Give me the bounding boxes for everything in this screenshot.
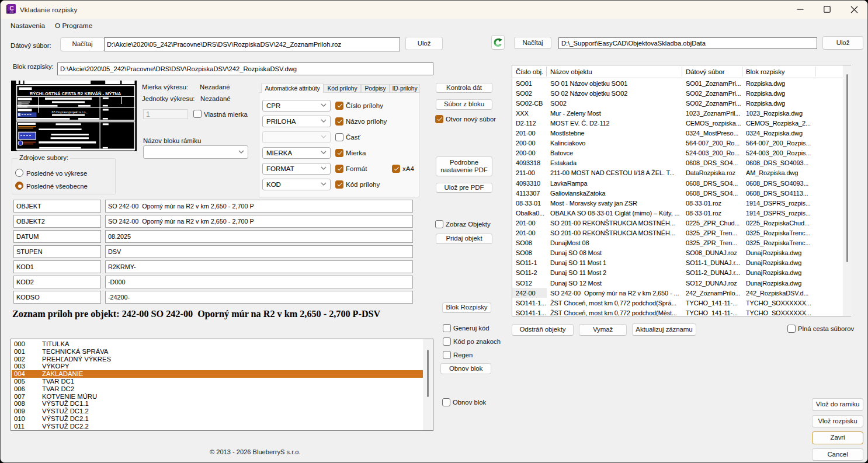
vymaz-button[interactable]: Vymaž <box>579 324 627 336</box>
table-cell[interactable]: Rozpiska.dwg <box>742 88 815 98</box>
table-row-9[interactable]: 4093318Estakada0608_DRS_SO4...0608_DRS_S… <box>512 158 850 168</box>
subor-z-bloku-button[interactable]: Súbor z bloku <box>436 99 492 110</box>
table-cell[interactable]: 0608_DRS_SO4... <box>682 178 742 188</box>
attr-combo-6[interactable]: KOD <box>262 179 331 190</box>
table-cell[interactable]: Rozpiska.dwg <box>742 98 815 108</box>
maximize-button[interactable] <box>814 1 841 18</box>
table-cell[interactable]: ŽST Choceň, most km 0,772 podchod(Sprá..… <box>547 298 682 308</box>
table-row-6[interactable]: 201-00MostIstebne0324_MostPreso...0324_R… <box>512 128 850 138</box>
vlastna-mierka-checkbox[interactable] <box>193 110 202 118</box>
list-item-005[interactable]: 005TVAR DC1 <box>12 378 423 385</box>
nazov-bloku-ramiku-combo[interactable] <box>143 145 248 159</box>
attr-combo-1[interactable]: CPR <box>262 100 331 112</box>
aktualizuj-zaznamu-button[interactable]: Aktualizuj záznamu <box>632 323 696 336</box>
table-cell[interactable]: SO11-1 <box>512 258 547 268</box>
table-cell[interactable]: SO 02 Názov objetku SO02 <box>547 88 682 98</box>
table-cell[interactable]: 0608_DRS_SO4... <box>682 188 742 198</box>
objects-table[interactable]: Číslo obj.Názov objektuDátový súborBlok … <box>512 65 851 316</box>
table-row-18[interactable]: SO08Dunaj SO 08 MostSO08_DUNAJ.rozDunajR… <box>512 248 850 258</box>
table-cell[interactable]: SO12 <box>512 278 547 288</box>
table-cell[interactable]: 08-33-01.roz <box>682 208 742 218</box>
nacitaj-button-left[interactable]: Načítaj <box>60 37 105 51</box>
attr-combo-4[interactable]: MIERKA <box>262 147 331 159</box>
list-item-000[interactable]: 000TITULKA <box>12 340 423 348</box>
form-value-input-objekt[interactable]: SO 242-00 Oporný múr na R2 v km 2,650 - … <box>105 200 413 213</box>
table-cell[interactable]: 200-00 <box>512 148 547 158</box>
table-cell[interactable]: Dunaj SO 11 Most 2 <box>547 268 682 278</box>
table-cell[interactable]: OBALKA SO 08-33-01 Ciglát (mimo) – Kúty,… <box>547 208 682 218</box>
table-cell[interactable]: 242-00 <box>512 288 547 298</box>
table-cell[interactable]: DataRozpiska.roz <box>682 168 742 178</box>
table-cell[interactable]: SO11-2_DUNAJ.r... <box>682 268 742 278</box>
form-value-input-kod2[interactable]: -D000 <box>105 276 413 288</box>
table-row-20[interactable]: SO11-2Dunaj SO 11 Most 2SO11-2_DUNAJ.r..… <box>512 268 850 278</box>
table-cell[interactable]: Dunaj SO 08 Most <box>547 248 682 258</box>
table-cell[interactable]: 564-007_200_Rozpis... <box>742 138 815 148</box>
table-cell[interactable]: 4113307 <box>512 188 547 198</box>
table-cell[interactable]: 201-00 <box>512 128 547 138</box>
menu-o-programe[interactable]: O Programe <box>55 20 92 31</box>
listbox-scrollbar-thumb[interactable] <box>427 350 429 397</box>
podrobne-nastavenie-pdf-button[interactable]: Podrobne nastavenie PDF <box>436 156 492 176</box>
table-row-1[interactable]: SO01SO 01 Názov objetku SO01SO01_ZoznamP… <box>512 78 850 88</box>
table-cell[interactable]: LavkaRampa <box>547 178 682 188</box>
table-cell[interactable]: 1914_DSPRS_rozpis... <box>742 198 815 208</box>
form-label-input-kod2[interactable]: KOD2 <box>13 276 101 288</box>
radio-posledne-vo-vykrese[interactable] <box>15 169 23 177</box>
mierka-input[interactable]: 1 <box>143 109 188 119</box>
refresh-button[interactable] <box>491 35 505 50</box>
attr-checkbox-5[interactable] <box>335 165 343 173</box>
table-cell[interactable]: Kalinciakovo <box>547 138 682 148</box>
table-cell[interactable]: SO08 <box>512 248 547 258</box>
tab-4[interactable]: ID-prilohy <box>390 84 420 93</box>
table-cell[interactable]: DunajMost 08 <box>547 238 682 248</box>
uloz-button-left[interactable]: Ulož <box>405 37 443 50</box>
table-row-14[interactable]: Obalka0...OBALKA SO 08-33-01 Ciglát (mim… <box>512 208 850 218</box>
radio-posledne-vseobecne[interactable] <box>15 182 23 190</box>
table-cell[interactable]: Dunaj SO 12 Most <box>547 278 682 288</box>
table-row-3[interactable]: SO02-CBSO02SO02_ZoznamPri...Rozpiska.dwg <box>512 98 850 108</box>
tab-1[interactable]: Automatické attribúty <box>261 83 324 93</box>
table-cell[interactable]: SO12_DUNAJ.roz <box>682 278 742 288</box>
table-cell[interactable]: Rozpiska.dwg <box>742 78 815 88</box>
list-item-009[interactable]: 009VÝSTUŽ DC1.2 <box>12 408 423 415</box>
table-row-12[interactable]: 4113307GaliovianskaZatoka0608_DRS_SO4...… <box>512 188 850 198</box>
table-row-22[interactable]: 242-00SO 242-00 Oporný múr na R2 v km 2,… <box>512 288 850 298</box>
table-cell[interactable]: 08-33-01 <box>512 198 547 208</box>
table-cell[interactable]: DunajRozpiska.dwg <box>742 268 815 278</box>
table-scrollbar-thumb[interactable] <box>846 74 848 262</box>
list-item-004[interactable]: 004ZAKLADANIE <box>12 370 423 378</box>
table-cell[interactable]: 1023_Rozpiska.dwg <box>742 108 815 118</box>
list-item-011[interactable]: 011VÝSTUŽ DC2.2 <box>12 423 423 430</box>
attr-checkbox-4[interactable] <box>335 149 343 157</box>
table-cell[interactable]: Estakada <box>547 158 682 168</box>
table-cell[interactable]: 242_RozpiskaDSV.d... <box>742 288 815 298</box>
table-cell[interactable]: 524-003_200_Rozpis... <box>742 148 815 158</box>
table-cell[interactable]: SO01 <box>512 78 547 88</box>
list-item-006[interactable]: 006TVAR DC2 <box>12 385 423 393</box>
table-cell[interactable]: GaliovianskaZatoka <box>547 188 682 198</box>
table-header-2[interactable]: Názov objektu <box>547 65 682 78</box>
table-cell[interactable]: SO02-CB <box>512 98 547 108</box>
vloz-do-ramiku-button[interactable]: Vlož do ramiku <box>812 398 863 411</box>
table-cell[interactable]: ŽST Choceň, most km 0,772 podchod(Měst..… <box>547 308 682 316</box>
form-label-input-objekt2[interactable]: OBJEKT2 <box>13 215 101 228</box>
table-cell[interactable]: SO02_ZoznamPri... <box>682 98 742 108</box>
attr-combo-2[interactable]: PRILOHA <box>262 116 331 127</box>
obj-subor-input[interactable]: D:\_Support\EasyCAD\ObjektovaSkladba.obj… <box>558 37 817 49</box>
table-cell[interactable]: CEMOS_rozpiska... <box>682 118 742 128</box>
table-cell[interactable]: MOST EV. Č. D2-112 <box>547 118 682 128</box>
table-header-3[interactable]: Dátový súbor <box>682 65 742 78</box>
table-cell[interactable]: 1914_DSPRS_rozpis... <box>742 208 815 218</box>
generuj-kod-checkbox[interactable] <box>443 324 451 332</box>
table-cell[interactable]: 0608_DRS_SO4113... <box>742 188 815 198</box>
table-cell[interactable]: 0324_Rozpiska.dwg <box>742 128 815 138</box>
table-cell[interactable]: XXX <box>512 108 547 118</box>
table-cell[interactable]: 0608_DRS_SO4093... <box>742 178 815 188</box>
attr-checkbox-3[interactable] <box>335 133 343 141</box>
table-cell[interactable]: 201-00 <box>512 218 547 228</box>
table-cell[interactable]: TYCHO_SOXXXXXX... <box>742 298 815 308</box>
table-cell[interactable]: 0325_ZPR_Tren... <box>682 238 742 248</box>
table-cell[interactable]: Batovce <box>547 148 682 158</box>
form-value-input-kod1[interactable]: R2KRMY- <box>105 260 413 273</box>
